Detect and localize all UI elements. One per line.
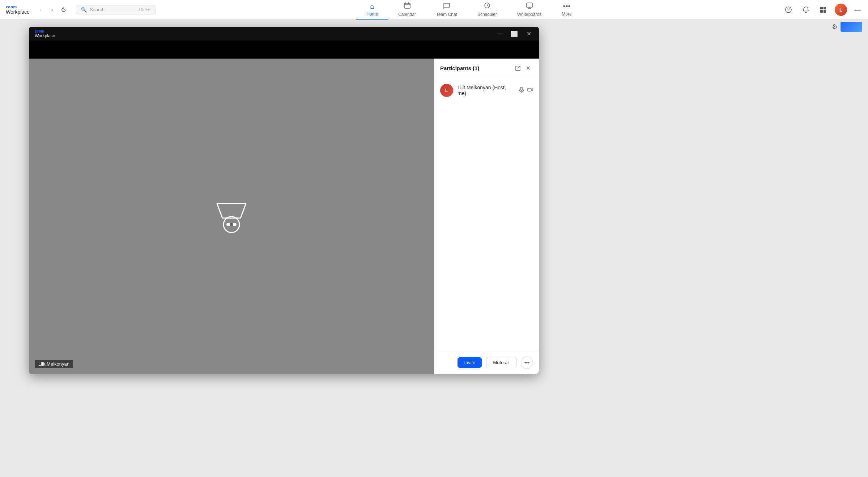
nav-tabs: ⌂ Home Calendar Team Chat — [156, 0, 783, 20]
tab-whiteboards-label: Whiteboards — [517, 12, 541, 17]
mute-all-button[interactable]: Mute all — [486, 357, 516, 368]
history-button[interactable] — [59, 5, 69, 15]
svg-rect-8 — [824, 10, 826, 13]
more-dots-icon: ••• — [524, 360, 530, 366]
forward-button[interactable]: › — [47, 5, 57, 15]
panel-close-button[interactable]: ✕ — [523, 63, 533, 73]
team-chat-icon — [443, 2, 450, 11]
help-button[interactable]: ? — [783, 4, 794, 16]
panel-header: Participants (1) ✕ — [434, 59, 539, 78]
meeting-logo-workplace: Workplace — [35, 33, 55, 38]
settings-button[interactable]: ⚙ — [832, 23, 838, 31]
meeting-win-controls: — ⬜ ✕ — [495, 29, 533, 38]
camera-svg — [210, 193, 253, 240]
tab-scheduler[interactable]: Scheduler — [467, 0, 507, 20]
search-shortcut-text: Ctrl+F — [139, 7, 151, 12]
svg-rect-7 — [820, 10, 823, 13]
tab-whiteboards[interactable]: Whiteboards — [507, 0, 552, 20]
svg-rect-14 — [528, 88, 531, 91]
tab-home-label: Home — [366, 12, 378, 17]
app-logo: zoom Workplace — [6, 5, 30, 15]
meeting-close-button[interactable]: ✕ — [524, 29, 533, 38]
camera-off-icon — [210, 193, 253, 240]
svg-point-12 — [234, 223, 236, 226]
back-button[interactable]: ‹ — [35, 5, 46, 15]
svg-rect-6 — [824, 7, 826, 9]
tab-calendar[interactable]: Calendar — [388, 0, 426, 20]
logo-zoom-text: zoom — [6, 5, 30, 9]
svg-text:?: ? — [787, 7, 790, 12]
participants-panel: Participants (1) ✕ L Lilit Melkonyan (Ho… — [434, 59, 539, 374]
more-icon: ••• — [563, 2, 571, 10]
apps-button[interactable] — [817, 4, 829, 16]
svg-rect-2 — [527, 3, 532, 7]
nav-arrows: ‹ › — [35, 5, 73, 15]
participant-name: Lilit Melkonyan (Host, me) — [458, 85, 514, 96]
notifications-button[interactable] — [800, 4, 812, 16]
panel-footer: Invite Mute all ••• — [434, 351, 539, 374]
user-avatar[interactable]: L — [835, 4, 847, 16]
search-placeholder-text: Search — [90, 7, 136, 12]
history-icon — [61, 7, 67, 13]
top-bar: zoom Workplace ‹ › 🔍 Search Ctrl+F ⌂ Hom… — [0, 0, 868, 20]
tab-home[interactable]: ⌂ Home — [356, 0, 388, 20]
avatar-image: L — [839, 7, 843, 13]
meeting-window: zoom Workplace — ⬜ ✕ — [29, 27, 539, 374]
svg-rect-13 — [520, 87, 523, 90]
main-content: zoom Workplace — ⬜ ✕ — [0, 20, 868, 477]
top-bar-right: ? L — — [783, 4, 862, 16]
search-icon: 🔍 — [81, 7, 87, 13]
status-indicator[interactable] — [841, 22, 862, 32]
ellipsis-menu-button[interactable]: — — [853, 5, 862, 14]
invite-button[interactable]: Invite — [458, 357, 482, 368]
tab-scheduler-label: Scheduler — [477, 12, 497, 17]
svg-rect-0 — [404, 3, 410, 8]
participant-label: Lilit Melkonyan — [35, 360, 73, 368]
video-icon — [527, 87, 533, 94]
settings-bar: ⚙ — [832, 20, 868, 34]
meeting-minimize-button[interactable]: — — [495, 29, 504, 38]
scheduler-icon — [484, 2, 491, 11]
video-area: Lilit Melkonyan — [29, 59, 434, 374]
meeting-logo: zoom Workplace — [35, 29, 55, 38]
tab-more[interactable]: ••• More — [552, 0, 582, 20]
tab-team-chat[interactable]: Team Chat — [426, 0, 467, 20]
calendar-icon — [404, 2, 411, 11]
participant-item: L Lilit Melkonyan (Host, me) — [434, 81, 539, 100]
search-bar[interactable]: 🔍 Search Ctrl+F — [76, 5, 156, 14]
logo-workplace-text: Workplace — [6, 9, 30, 15]
svg-point-11 — [230, 223, 233, 226]
participant-icons — [519, 87, 533, 94]
participant-list: L Lilit Melkonyan (Host, me) — [434, 78, 539, 351]
tab-calendar-label: Calendar — [398, 12, 416, 17]
meeting-logo-zoom: zoom — [35, 29, 55, 33]
panel-title: Participants (1) — [440, 65, 513, 71]
participant-avatar: L — [440, 84, 453, 97]
whiteboards-icon — [526, 2, 533, 11]
more-options-button[interactable]: ••• — [521, 357, 533, 369]
mic-icon — [519, 87, 524, 94]
meeting-body: Lilit Melkonyan Participants (1) ✕ — [29, 59, 539, 374]
tab-more-label: More — [562, 12, 571, 17]
svg-rect-5 — [820, 7, 823, 9]
meeting-maximize-button[interactable]: ⬜ — [510, 29, 519, 38]
meeting-titlebar: zoom Workplace — ⬜ ✕ — [29, 27, 539, 41]
panel-popout-button[interactable] — [513, 63, 523, 73]
home-icon: ⌂ — [370, 2, 374, 10]
avatar-initials: L — [445, 88, 448, 93]
meeting-header-bar — [29, 41, 539, 59]
tab-team-chat-label: Team Chat — [436, 12, 457, 17]
